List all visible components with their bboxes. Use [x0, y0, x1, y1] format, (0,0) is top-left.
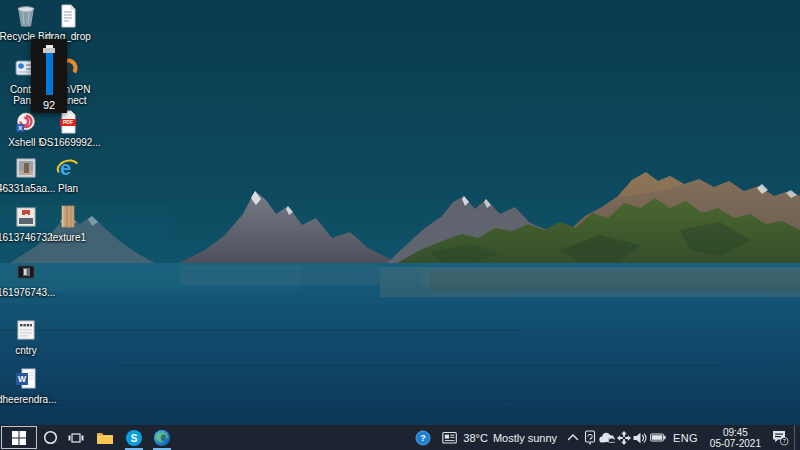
show-hidden-icons-button[interactable] [564, 425, 581, 450]
language-indicator[interactable]: ENG [666, 432, 705, 444]
desktop-icon-label: cntry [15, 345, 37, 356]
edge-icon [153, 429, 171, 447]
file-explorer-button[interactable] [90, 425, 120, 450]
desktop-icon-plan[interactable]: e Plan [40, 155, 96, 194]
show-desktop-button[interactable] [794, 425, 800, 450]
desktop-icon-dheerendra[interactable]: W dheerendra... [0, 366, 54, 405]
text-file-icon [55, 3, 81, 29]
battery-icon [650, 432, 666, 443]
task-view-icon [68, 430, 84, 446]
skype-s-glyph: S [131, 432, 138, 443]
chevron-up-icon [567, 433, 579, 442]
taskbar-clock[interactable]: 09:45 05-07-2021 [705, 425, 766, 450]
windows-logo-icon [12, 431, 26, 445]
desktop-icon-label: dheerendra... [0, 394, 55, 405]
desktop-icon-cntry[interactable]: cntry [0, 317, 54, 356]
clock-time: 09:45 [723, 427, 748, 438]
device-sync-tray-button[interactable] [581, 425, 598, 450]
pdf-glyph: PDF [63, 119, 73, 125]
device-sync-icon [583, 430, 597, 445]
skype-button[interactable]: S [120, 425, 148, 450]
volume-slider[interactable] [41, 45, 57, 95]
word-file-icon: W [13, 366, 39, 392]
volume-icon [633, 432, 648, 444]
clock-date: 05-07-2021 [710, 438, 761, 449]
taskbar: S ? 38°C Mostly sunny [0, 425, 800, 450]
system-tray: ? 38°C Mostly sunny [411, 425, 800, 450]
image-thumbnail-icon [13, 204, 39, 230]
desktop-icon-label: Plan [58, 183, 78, 194]
four-arrows-icon [617, 431, 631, 445]
desktop-icon-os-pdf[interactable]: PDF OS1669992... [40, 109, 96, 148]
cortana-search-button[interactable] [38, 425, 62, 450]
task-view-button[interactable] [62, 425, 90, 450]
skype-icon: S [125, 429, 143, 447]
weather-condition: Mostly sunny [493, 432, 557, 444]
cortana-circle-icon [43, 430, 58, 445]
weather-temperature: 38°C [463, 432, 488, 444]
generic-file-icon [13, 317, 39, 343]
volume-tray-button[interactable] [632, 425, 649, 450]
image-thumbnail-icon [13, 155, 39, 181]
image-thumbnail-icon [55, 204, 81, 230]
news-weather-icon [442, 431, 458, 445]
xshell-x-glyph: X [18, 125, 22, 131]
four-arrows-tray-button[interactable] [615, 425, 632, 450]
edge-button[interactable] [148, 425, 176, 450]
help-question-glyph: ? [421, 433, 427, 443]
desktop-icon-1619-image[interactable]: 161976743... [0, 259, 54, 298]
news-weather-widget[interactable]: 38°C Mostly sunny [435, 425, 564, 450]
internet-explorer-icon: e [55, 155, 81, 181]
volume-slider-thumb[interactable] [43, 48, 55, 53]
start-button[interactable] [0, 425, 38, 450]
get-help-button[interactable]: ? [411, 425, 435, 450]
word-w-glyph: W [18, 374, 27, 384]
desktop-icon-label: OS1669992... [39, 137, 97, 148]
file-explorer-icon [96, 431, 114, 445]
battery-tray-button[interactable] [649, 425, 666, 450]
recycle-bin-icon [13, 3, 39, 29]
volume-slider-flyout: 92 [31, 39, 67, 113]
volume-value: 92 [43, 99, 55, 111]
image-thumbnail-icon [13, 259, 39, 285]
wallpaper-mountain-lake [0, 0, 800, 450]
start-focus-box [1, 426, 37, 449]
onedrive-cloud-icon [599, 432, 615, 444]
desktop-icon-texture1[interactable]: texture1 [40, 204, 96, 243]
notification-count-badge: 7 [783, 438, 786, 444]
action-center-button[interactable]: 7 [766, 425, 794, 450]
desktop-icon-label: texture1 [50, 232, 86, 243]
desktop-icon-drag-drop[interactable]: drag_drop [40, 3, 96, 42]
desktop-icon-label: 161976743... [0, 287, 55, 298]
help-icon: ? [415, 430, 431, 446]
windows-desktop: Recycle Bin drag_drop Control Panel Open… [0, 0, 800, 450]
onedrive-tray-button[interactable] [598, 425, 615, 450]
action-center-icon: 7 [771, 429, 789, 446]
